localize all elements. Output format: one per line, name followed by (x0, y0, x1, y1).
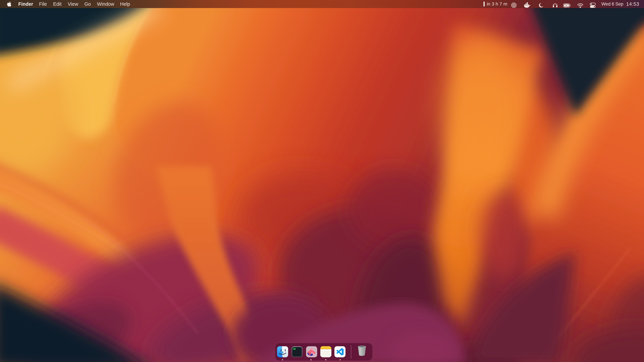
svg-text:$: $ (293, 348, 294, 350)
